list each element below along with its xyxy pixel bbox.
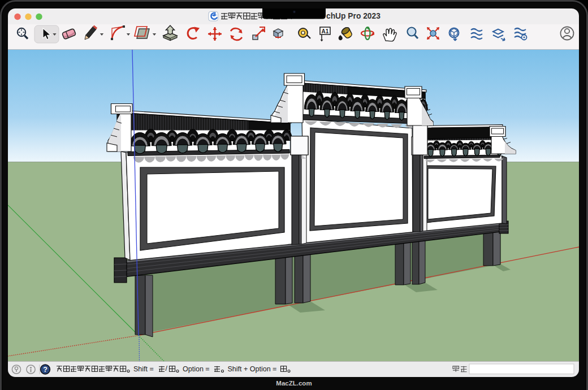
svg-text:chUp Pro 2023: chUp Pro 2023	[326, 12, 381, 20]
svg-text:Shift + Option =: Shift + Option =	[228, 365, 277, 373]
svg-text:A1: A1	[322, 28, 329, 34]
svg-text:Option =: Option =	[183, 365, 210, 373]
svg-text:Shift =: Shift =	[133, 365, 154, 373]
svg-text:/: /	[166, 365, 168, 372]
svg-text:MacZL.com: MacZL.com	[276, 380, 312, 387]
svg-text:?: ?	[43, 366, 47, 374]
